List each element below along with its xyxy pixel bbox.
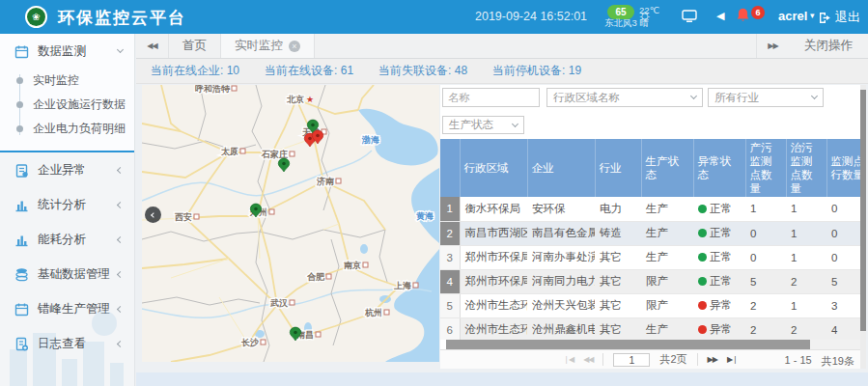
vertical-scrollbar[interactable]: [860, 85, 866, 369]
sidebar-item[interactable]: 企业设施运行数据: [0, 93, 134, 117]
row-number: 3: [440, 245, 460, 269]
cell-running-points: 0: [826, 197, 860, 221]
cell-company: 沧州鼎鑫机电设备: [527, 317, 595, 340]
scroll-tabs-right-icon[interactable]: ▶▶: [756, 34, 789, 58]
status-dot-icon: [698, 301, 707, 310]
column-header[interactable]: 异常状态: [693, 139, 745, 197]
sidebar-group-collapsed[interactable]: 能耗分析: [0, 222, 134, 257]
tab-home[interactable]: 首页: [169, 34, 220, 58]
cell-treatment-points: 1: [786, 221, 826, 245]
cell-treatment-points: 1: [786, 245, 826, 269]
table-row[interactable]: 1衡水环保局安环保电力生产正常110: [440, 197, 860, 221]
production-status-select[interactable]: 生产状态: [442, 116, 524, 134]
close-icon[interactable]: ×: [289, 41, 300, 52]
close-operations-menu[interactable]: 关闭操作: [789, 34, 868, 58]
chevron-down-icon: [512, 120, 518, 126]
rownum-header: [440, 139, 460, 197]
map-collapse-button[interactable]: [145, 207, 161, 223]
chevron-down-icon: [117, 46, 124, 53]
cell-abnormal-status: 正常: [693, 245, 745, 269]
chevron-left-icon: [151, 212, 156, 218]
app-window: ❀ 环保监控云平台 2019-09-24 16:52:01 65 22℃ 东北风…: [0, 0, 868, 386]
cell-treatment-points: 2: [786, 269, 826, 293]
notification-bell-icon[interactable]: [736, 8, 750, 26]
column-header[interactable]: 行业: [595, 139, 641, 197]
status-dot-icon: [698, 277, 707, 286]
footer-strip: [136, 372, 868, 386]
city-marker-icon: [290, 300, 294, 305]
stat-item: 当前失联设备: 48: [378, 63, 467, 79]
sea-label: 黄海: [416, 211, 434, 221]
hscroll-thumb[interactable]: [446, 340, 810, 349]
cell-pollution-points: 2: [745, 317, 786, 340]
user-menu[interactable]: acrel ▾: [778, 9, 814, 23]
industry-select[interactable]: 所有行业: [708, 88, 824, 107]
region-select[interactable]: 行政区域名称: [546, 88, 703, 107]
chevron-down-icon: ▾: [807, 11, 814, 20]
sidebar-group-header[interactable]: 数据监测: [0, 34, 134, 69]
sidebar-group-collapsed[interactable]: 统计分析: [0, 187, 134, 222]
column-header[interactable]: 行政区域: [460, 139, 527, 197]
sidebar-group-collapsed[interactable]: 企业异常: [0, 152, 134, 187]
column-header[interactable]: 产污监测点数量: [745, 139, 786, 197]
cell-running-points: 0: [826, 245, 860, 269]
cell-prod-status: 限产: [641, 269, 693, 293]
first-page-button[interactable]: ❘◀: [563, 355, 574, 364]
city-label: 南京: [344, 261, 361, 270]
cell-pollution-points: 2: [745, 293, 786, 317]
city-label: 长沙: [240, 338, 259, 347]
east-sea-shape: [385, 249, 439, 362]
sidebar-group-collapsed[interactable]: 日志查看: [0, 326, 134, 361]
logout-button[interactable]: 退出: [819, 9, 860, 26]
column-header[interactable]: 生产状态: [641, 139, 693, 197]
table-row[interactable]: 6沧州市生态环保局沧州鼎鑫机电设备其它生产异常224: [440, 317, 860, 340]
page-number-input[interactable]: [613, 353, 650, 367]
tab-realtime-monitor[interactable]: 实时监控×: [220, 34, 315, 58]
volume-icon[interactable]: ◀: [716, 10, 724, 22]
cell-pollution-points: 5: [745, 269, 786, 293]
table-row[interactable]: 2南昌市西湖区环保局南昌有色金属有限铸造生产正常010: [440, 221, 860, 245]
status-dot-icon: [698, 325, 707, 334]
city-marker-icon: [194, 214, 199, 219]
last-page-button[interactable]: ▶❘: [727, 355, 738, 364]
cell-company: 南昌有色金属有限: [527, 221, 595, 245]
scroll-tabs-left-icon[interactable]: ◀◀: [136, 34, 169, 58]
notification-count-badge[interactable]: 6: [751, 6, 765, 19]
cell-treatment-points: 2: [786, 317, 826, 340]
sidebar-item[interactable]: 实时监控: [0, 69, 134, 93]
total-pages-label: 共2页: [659, 352, 686, 367]
vscroll-thumb[interactable]: [860, 90, 866, 331]
table-row[interactable]: 3郑州市环保局河南办事处演示其它生产正常010: [440, 245, 860, 269]
calendar-icon: [14, 302, 29, 317]
cell-running-points: 4: [826, 317, 860, 340]
column-header[interactable]: 治污监测点数量: [786, 139, 826, 197]
row-number: 2: [440, 221, 460, 245]
chevron-left-icon: [117, 166, 124, 173]
app-logo-icon: ❀: [25, 6, 47, 28]
cell-abnormal-status: 正常: [693, 269, 745, 293]
sidebar-group-collapsed[interactable]: 错峰生产管理: [0, 291, 134, 326]
column-header[interactable]: 监测点运行数量: [826, 139, 860, 197]
monitor-icon[interactable]: [682, 10, 697, 27]
table-row[interactable]: 4郑州市环保局河南同力电力设计其它限产正常525: [440, 269, 860, 293]
city-label: 杭州: [364, 308, 382, 317]
city-label: 北京: [286, 95, 304, 104]
sidebar-submenu: 实时监控企业设施运行数据企业电力负荷明细: [0, 69, 134, 141]
name-search-input[interactable]: [442, 88, 540, 107]
table-row[interactable]: 5沧州市生态环保局沧州天兴包装制品其它限产异常213: [440, 293, 860, 317]
cell-region: 南昌市西湖区环保局: [460, 221, 527, 245]
sidebar-item[interactable]: 企业电力负荷明细: [0, 117, 134, 141]
row-number: 1: [440, 197, 460, 221]
cell-running-points: 5: [826, 269, 860, 293]
sidebar-group-collapsed[interactable]: 基础数据管理: [0, 257, 134, 291]
logout-icon: [819, 12, 831, 24]
horizontal-scrollbar[interactable]: [446, 340, 860, 349]
next-page-button[interactable]: ▶▶: [708, 355, 717, 364]
prev-page-button[interactable]: ◀◀: [583, 355, 593, 364]
row-number: 5: [440, 293, 460, 317]
cell-abnormal-status: 异常: [693, 317, 745, 340]
column-header[interactable]: 企业: [527, 139, 595, 197]
map-pin-green[interactable]: [278, 158, 289, 172]
china-map[interactable]: 渤海黄海呼和浩特北京★天津太原石家庄济南西安郑州合肥南京上海武汉杭州长沙南昌: [142, 85, 439, 362]
cell-running-points: 3: [826, 293, 860, 317]
